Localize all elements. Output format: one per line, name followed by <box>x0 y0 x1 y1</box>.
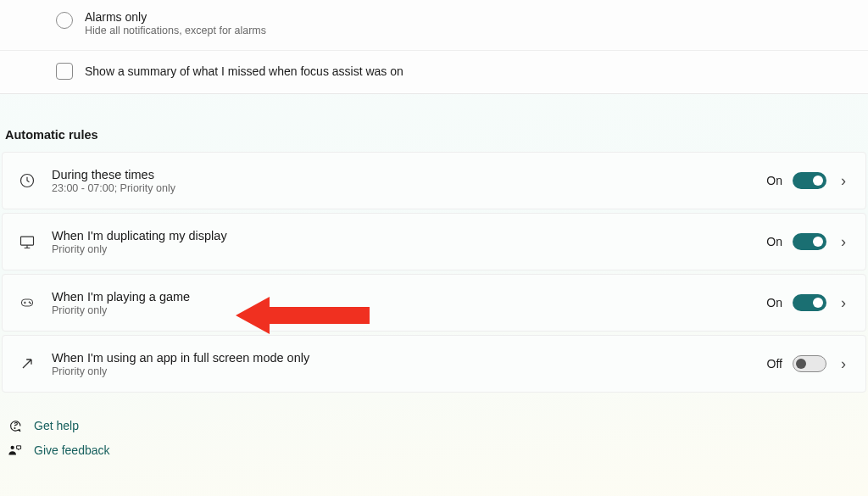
focus-assist-options: Alarms only Hide all notifications, exce… <box>0 0 868 94</box>
toggle-switch[interactable] <box>793 233 826 250</box>
chevron-right-icon: › <box>837 355 850 373</box>
feedback-icon <box>7 443 22 458</box>
rule-fullscreen-app[interactable]: When I'm using an app in full screen mod… <box>2 335 866 393</box>
summary-checkbox-label: Show a summary of what I missed when foc… <box>85 64 403 78</box>
gamepad-icon <box>18 293 36 312</box>
automatic-rules-list: During these times 23:00 - 07:00; Priori… <box>0 152 868 393</box>
toggle-switch[interactable] <box>793 355 826 372</box>
radio-desc: Hide all notifications, except for alarm… <box>85 25 266 36</box>
checkbox-icon <box>56 63 73 80</box>
toggle-switch[interactable] <box>793 294 826 311</box>
svg-point-4 <box>30 303 31 304</box>
chevron-right-icon: › <box>837 172 850 190</box>
automatic-rules-header: Automatic rules <box>0 128 868 142</box>
svg-point-6 <box>10 445 14 449</box>
svg-point-3 <box>29 302 30 303</box>
radio-alarms-only[interactable]: Alarms only Hide all notifications, exce… <box>0 0 868 51</box>
rule-playing-game[interactable]: When I'm playing a game Priority only On… <box>2 274 866 332</box>
radio-text-block: Alarms only Hide all notifications, exce… <box>85 10 266 36</box>
rule-title: When I'm using an app in full screen mod… <box>52 351 752 365</box>
fullscreen-icon <box>18 354 36 373</box>
chevron-right-icon: › <box>837 294 850 312</box>
radio-title: Alarms only <box>85 10 266 24</box>
monitor-icon <box>18 232 36 251</box>
rule-subtitle: Priority only <box>52 365 752 377</box>
help-icon <box>7 418 22 433</box>
rule-subtitle: 23:00 - 07:00; Priority only <box>52 182 751 194</box>
summary-checkbox-row[interactable]: Show a summary of what I missed when foc… <box>0 51 868 93</box>
rule-subtitle: Priority only <box>52 304 751 316</box>
svg-rect-1 <box>21 237 34 245</box>
give-feedback-label: Give feedback <box>34 443 110 457</box>
clock-icon <box>18 171 36 190</box>
rule-duplicating-display[interactable]: When I'm duplicating my display Priority… <box>2 213 866 270</box>
toggle-switch[interactable] <box>793 172 826 189</box>
toggle-label: Off <box>767 357 782 371</box>
rule-title: When I'm playing a game <box>52 290 751 304</box>
rule-title: During these times <box>52 168 751 181</box>
give-feedback-link[interactable]: Give feedback <box>7 443 868 458</box>
radio-icon <box>56 12 73 29</box>
rule-subtitle: Priority only <box>52 243 751 255</box>
toggle-label: On <box>766 235 782 248</box>
svg-point-5 <box>14 427 15 428</box>
toggle-label: On <box>766 174 782 187</box>
rule-during-these-times[interactable]: During these times 23:00 - 07:00; Priori… <box>2 152 866 209</box>
footer-links: Get help Give feedback <box>0 418 868 458</box>
rule-title: When I'm duplicating my display <box>52 229 751 242</box>
get-help-label: Get help <box>34 419 79 432</box>
toggle-label: On <box>766 296 782 309</box>
get-help-link[interactable]: Get help <box>7 418 868 433</box>
chevron-right-icon: › <box>837 233 850 251</box>
